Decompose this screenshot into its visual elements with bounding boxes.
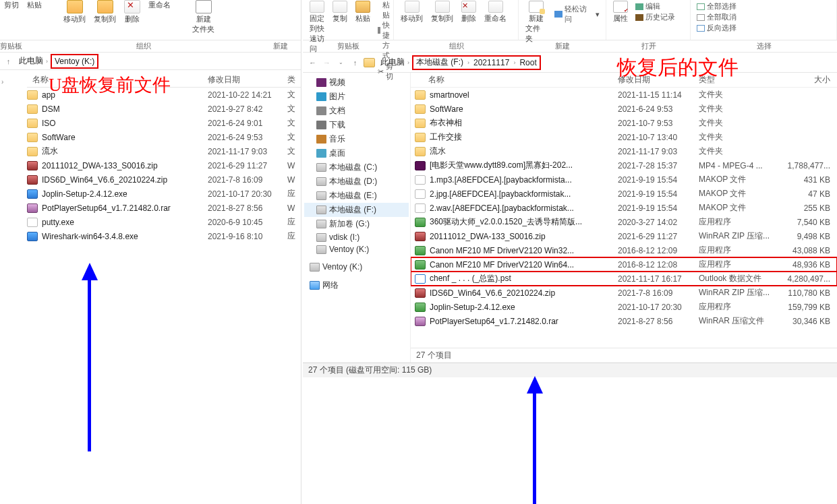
breadcrumb-highlight-r: 本地磁盘 (F:) › 20211117 › Root bbox=[412, 55, 541, 70]
tree-drive-e[interactable]: 本地磁盘 (E:) bbox=[304, 189, 409, 203]
file-row[interactable]: Canon MF210 MF DriverV2120 Win64...2016-… bbox=[411, 257, 837, 272]
file-row[interactable]: 工作交接2021-10-7 13:40文件夹 bbox=[411, 130, 837, 144]
file-row[interactable]: [电影天堂www.dytt89.com]黑寡妇-202...2021-7-28 … bbox=[411, 158, 837, 172]
edit-button[interactable]: 编辑 bbox=[633, 1, 677, 11]
bc-d1[interactable]: 20211117 bbox=[473, 58, 509, 67]
invert-button[interactable]: 反向选择 bbox=[695, 23, 832, 33]
history-button[interactable]: 历史记录 bbox=[633, 12, 677, 22]
tree-desktop[interactable]: 桌面 bbox=[304, 146, 409, 160]
move-to-button-r[interactable]: 移动到 bbox=[398, 0, 426, 24]
file-list-left[interactable]: app2021-10-22 14:21文DSM2021-9-27 8:42文IS… bbox=[27, 88, 301, 243]
file-row[interactable]: 流水2021-11-17 9:03文件夹 bbox=[411, 144, 837, 158]
bc-pc[interactable]: 此电脑 bbox=[380, 57, 405, 68]
tree-documents[interactable]: 文档 bbox=[304, 104, 409, 118]
nav-up-button[interactable]: ↑ bbox=[349, 57, 361, 68]
file-row[interactable]: ISO2021-6-24 9:01文 bbox=[27, 116, 301, 130]
copy-button[interactable]: 复制 bbox=[330, 0, 350, 24]
bc-d2[interactable]: Root bbox=[519, 58, 536, 67]
tree-video[interactable]: 视频 bbox=[304, 75, 409, 90]
file-row[interactable]: SoftWare2021-6-24 9:53文件夹 bbox=[411, 102, 837, 116]
file-row[interactable]: 1.mp3.[A8EFDCEA].[paybackformista...2021… bbox=[411, 172, 837, 187]
col-type[interactable]: 类 bbox=[287, 74, 301, 86]
file-row[interactable]: PotPlayerSetup64_v1.7.21482.0.rar2021-8-… bbox=[27, 201, 301, 215]
file-row[interactable]: 20111012_DWA-133_S0016.zip2021-6-29 11:2… bbox=[27, 158, 301, 172]
tree-drive-d[interactable]: 本地磁盘 (D:) bbox=[304, 175, 409, 189]
copy-label: 复制到 bbox=[94, 14, 116, 24]
tree-network[interactable]: 网络 bbox=[304, 278, 409, 292]
select-none-button[interactable]: 全部取消 bbox=[695, 12, 832, 22]
file-row[interactable]: Wireshark-win64-3.4.8.exe2021-9-16 8:10应 bbox=[27, 229, 301, 243]
file-type: 文 bbox=[287, 89, 301, 100]
tree-downloads[interactable]: 下载 bbox=[304, 118, 409, 132]
file-row[interactable]: IDS6D_Win64_V6.6_20210224.zip2021-7-8 16… bbox=[411, 286, 837, 300]
file-row[interactable]: Canon MF210 MF DriverV2120 Win32...2016-… bbox=[411, 243, 837, 257]
tree-drive-k1[interactable]: Ventoy (K:) bbox=[304, 243, 409, 255]
file-row[interactable]: Joplin-Setup-2.4.12.exe2021-10-17 20:30应… bbox=[411, 300, 837, 314]
easy-access-button[interactable]: 轻松访问 ▾ bbox=[552, 4, 602, 24]
file-row[interactable]: 20111012_DWA-133_S0016.zip2021-6-29 11:2… bbox=[411, 229, 837, 243]
move-to-button[interactable]: 移动到 bbox=[59, 0, 90, 40]
file-row[interactable]: 布衣神相2021-10-7 9:53文件夹 bbox=[411, 116, 837, 130]
file-row[interactable]: DSM2021-9-27 8:42文 bbox=[27, 102, 301, 116]
col-size[interactable]: 大小 bbox=[780, 74, 837, 86]
file-name: IDS6D_Win64_V6.6_20210224.zip bbox=[430, 288, 618, 298]
select-all-button[interactable]: 全部选择 bbox=[695, 1, 832, 11]
new-folder-button[interactable]: 新建 文件夹 bbox=[188, 0, 219, 40]
tree-drive-c[interactable]: 本地磁盘 (C:) bbox=[304, 160, 409, 175]
file-row[interactable]: 2.wav.[A8EFDCEA].[paybackformistak...202… bbox=[411, 201, 837, 215]
file-row[interactable]: 2.jpg.[A8EFDCEA].[paybackformistak...202… bbox=[411, 187, 837, 201]
properties-button[interactable]: ✔ 属性 bbox=[610, 0, 631, 24]
tree-drive-f[interactable]: 本地磁盘 (F:) bbox=[304, 203, 409, 217]
nav-up-button[interactable]: ↑ bbox=[3, 55, 14, 67]
file-date: 2021-11-15 11:14 bbox=[618, 90, 699, 100]
col-date[interactable]: 修改日期 bbox=[208, 74, 287, 86]
tree-drive-k2[interactable]: Ventoy (K:) bbox=[304, 261, 409, 273]
col-name[interactable]: 名称 bbox=[27, 74, 208, 86]
file-row[interactable]: 360驱动大师_v2.0.0.1520_去诱导精简版...2020-3-27 1… bbox=[411, 215, 837, 229]
rename-button-r[interactable]: 重命名 bbox=[482, 0, 509, 24]
file-name: SoftWare bbox=[430, 104, 618, 114]
grp-clipboard: 剪贴板 bbox=[0, 41, 27, 51]
file-row[interactable]: app2021-10-22 14:21文 bbox=[27, 88, 301, 102]
file-row[interactable]: chenf _ . . . (_总监).pst2021-11-17 16:17O… bbox=[411, 272, 837, 286]
file-row[interactable]: PotPlayerSetup64_v1.7.21482.0.rar2021-8-… bbox=[411, 314, 837, 328]
paste-button[interactable]: 粘贴 bbox=[353, 0, 373, 24]
tree-music[interactable]: 音乐 bbox=[304, 132, 409, 146]
nav-fwd-button[interactable]: → bbox=[321, 57, 333, 68]
nav-back-button[interactable]: ← bbox=[307, 57, 318, 68]
col-type[interactable]: 类型 bbox=[699, 74, 780, 86]
file-row[interactable]: smartnovel2021-11-15 11:14文件夹 bbox=[411, 88, 837, 102]
col-name[interactable]: 名称 bbox=[415, 74, 618, 86]
tree-drive-i[interactable]: vdisk (I:) bbox=[304, 231, 409, 243]
copy-to-button-r[interactable]: 复制到 bbox=[428, 0, 456, 24]
delete-button[interactable]: 删除 bbox=[120, 0, 144, 40]
file-row[interactable]: SoftWare2021-6-24 9:53文 bbox=[27, 130, 301, 144]
tree-chevron[interactable]: › bbox=[1, 78, 22, 86]
breadcrumb-drive[interactable]: Ventoy (K:) bbox=[55, 57, 94, 66]
breadcrumb-right[interactable]: 此电脑 › 本地磁盘 (F:) › 20211117 › Root bbox=[378, 55, 833, 70]
nav-tree-right[interactable]: 视频 图片 文档 下载 音乐 桌面 本地磁盘 (C:) 本地磁盘 (D:) 本地… bbox=[303, 73, 411, 363]
new-folder-button-r[interactable]: 新建 文件夹 bbox=[523, 0, 550, 44]
copy-to-button[interactable]: 复制到 bbox=[90, 0, 120, 40]
rename-button[interactable]: 重命名 bbox=[144, 0, 175, 40]
tree-label: 新加卷 (G:) bbox=[329, 218, 370, 230]
file-list-right[interactable]: smartnovel2021-11-15 11:14文件夹SoftWare202… bbox=[411, 88, 837, 348]
copy-label: 复制 bbox=[333, 13, 347, 24]
tree-label: 网络 bbox=[322, 280, 339, 291]
breadcrumb-left[interactable]: 此电脑 › Ventoy (K:) bbox=[16, 54, 298, 69]
nav-tree-left[interactable]: › bbox=[0, 75, 24, 88]
file-row[interactable]: 流水2021-11-17 9:03文 bbox=[27, 144, 301, 158]
file-row[interactable]: Joplin-Setup-2.4.12.exe2021-10-17 20:30应 bbox=[27, 187, 301, 201]
delete-button-r[interactable]: 删除 bbox=[459, 0, 479, 24]
cut-button[interactable]: 剪切 bbox=[0, 0, 23, 40]
breadcrumb-pc[interactable]: 此电脑 bbox=[19, 55, 43, 67]
col-date[interactable]: 修改日期 bbox=[618, 74, 699, 86]
file-name: IDS6D_Win64_V6.6_20210224.zip bbox=[42, 175, 208, 185]
paste-button[interactable]: 粘贴 bbox=[23, 0, 46, 40]
tree-pictures[interactable]: 图片 bbox=[304, 90, 409, 104]
file-row[interactable]: putty.exe2020-6-9 10:45应 bbox=[27, 215, 301, 229]
tree-drive-g[interactable]: 新加卷 (G:) bbox=[304, 217, 409, 231]
file-row[interactable]: IDS6D_Win64_V6.6_20210224.zip2021-7-8 16… bbox=[27, 172, 301, 187]
nav-recent-button[interactable]: ⌄ bbox=[335, 57, 347, 68]
bc-drive[interactable]: 本地磁盘 (F:) bbox=[416, 57, 463, 68]
